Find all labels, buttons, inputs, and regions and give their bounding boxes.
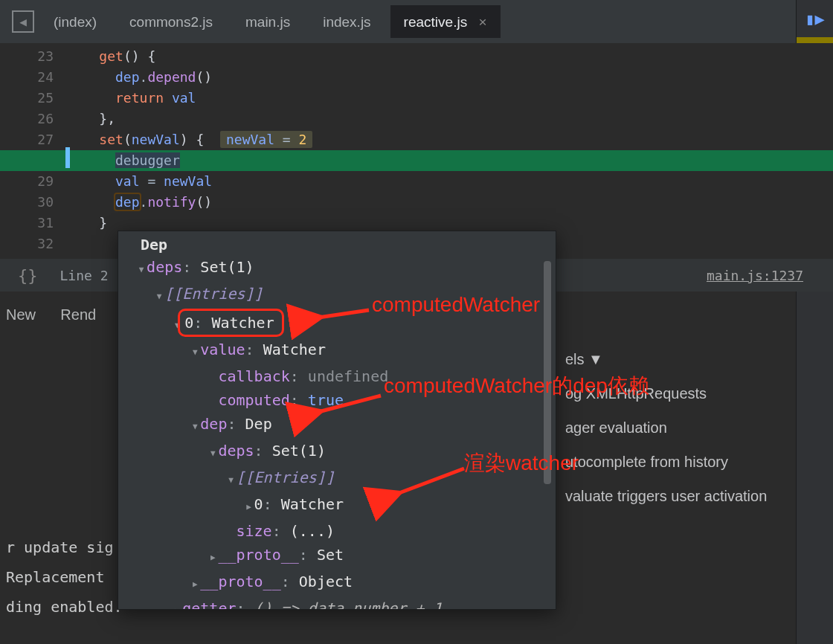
settings-row[interactable]: og XMLHttpRequests: [565, 376, 767, 410]
tab-commons2[interactable]: commons2.js: [116, 5, 226, 38]
object-inspection-popup[interactable]: Dep deps: Set(1) [[Entries]] 0: Watcher …: [118, 231, 556, 610]
close-icon[interactable]: ×: [478, 14, 486, 30]
object-tree[interactable]: deps: Set(1) [[Entries]] 0: Watcher valu…: [118, 255, 556, 610]
tree-row[interactable]: deps: Set(1): [118, 255, 556, 282]
source-location-link[interactable]: main.js:1237: [707, 268, 803, 283]
settings-row[interactable]: valuate triggers user activation: [565, 479, 767, 513]
console-settings-fragment: els ▼ og XMLHttpRequests ager evaluation…: [565, 342, 767, 513]
expand-arrow-icon[interactable]: [190, 412, 200, 439]
nav-prev-icon[interactable]: ◀: [12, 10, 34, 33]
tree-row[interactable]: computed: true: [118, 388, 556, 412]
tree-row[interactable]: getter: () => data.number + 1: [118, 596, 556, 610]
tree-row[interactable]: __proto__: Object: [118, 570, 556, 596]
tree-row[interactable]: dep: Dep: [118, 412, 556, 439]
tree-row[interactable]: __proto__: Set: [118, 543, 556, 570]
left-panel-fragment: New Rend: [6, 297, 96, 332]
console-line: ding enabled.: [6, 592, 123, 622]
tab-reactive[interactable]: reactive.js ×: [390, 5, 501, 38]
expand-arrow-icon[interactable]: [172, 596, 182, 610]
tree-row[interactable]: 0: Watcher: [118, 309, 556, 338]
expand-arrow-icon[interactable]: [190, 338, 200, 364]
expand-arrow-icon[interactable]: [244, 492, 254, 519]
expand-arrow-icon[interactable]: [190, 570, 200, 596]
debugger-pause-icon[interactable]: ▮▶: [797, 0, 833, 37]
popup-scrollbar[interactable]: [544, 261, 551, 484]
expand-arrow-icon[interactable]: [154, 282, 164, 309]
tree-row[interactable]: 0: Watcher: [118, 492, 556, 519]
tab-main[interactable]: main.js: [232, 5, 303, 38]
settings-row[interactable]: utocomplete from history: [565, 445, 767, 479]
left-panel-item[interactable]: New: [6, 306, 36, 323]
tree-row[interactable]: [[Entries]]: [118, 282, 556, 309]
pretty-print-icon[interactable]: {}: [18, 266, 38, 285]
tree-row[interactable]: size: (...): [118, 519, 556, 543]
tree-row[interactable]: deps: Set(1): [118, 439, 556, 466]
expand-arrow-icon[interactable]: [208, 439, 218, 466]
tree-row[interactable]: [[Entries]]: [118, 466, 556, 492]
code-editor[interactable]: 23242526272829303132 get() { dep.depend(…: [0, 43, 833, 259]
tree-row[interactable]: callback: undefined: [118, 364, 556, 388]
inline-value-hint: newVal = 2: [220, 131, 312, 148]
console-line: r update sig: [6, 532, 123, 562]
tab-index[interactable]: (index): [40, 5, 110, 38]
settings-row[interactable]: els ▼: [565, 342, 767, 376]
popup-title: Dep: [118, 231, 556, 255]
left-panel-item[interactable]: Rend: [60, 306, 96, 323]
console-line: Replacement: [6, 562, 123, 592]
tree-row[interactable]: value: Watcher: [118, 338, 556, 364]
expand-arrow-icon[interactable]: [226, 466, 237, 492]
highlighted-watcher-entry: 0: Watcher: [178, 309, 283, 337]
code-content: get() { dep.depend() return val }, set(n…: [67, 43, 796, 259]
expand-arrow-icon[interactable]: [208, 543, 218, 570]
tabs-bar: ◀ (index) commons2.js main.js index.js r…: [0, 0, 833, 43]
tab-index-js[interactable]: index.js: [309, 5, 384, 38]
status-line-text: Line 2: [60, 268, 109, 283]
expand-arrow-icon[interactable]: [136, 255, 147, 282]
console-area: r update sig Replacement ding enabled.: [6, 532, 123, 622]
execution-marker: [65, 147, 70, 168]
settings-row[interactable]: ager evaluation: [565, 410, 767, 445]
